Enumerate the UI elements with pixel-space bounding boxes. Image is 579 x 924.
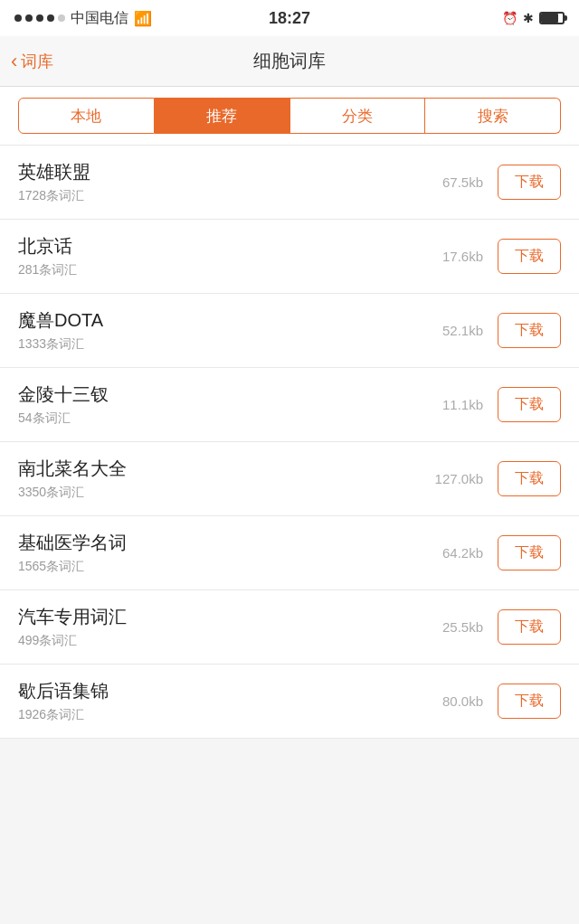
item-title: 基础医学名词 [18,531,420,555]
item-info: 英雄联盟 1728条词汇 [18,160,420,204]
tab-bar: 本地 推荐 分类 搜索 [0,87,579,146]
item-count: 1565条词汇 [18,559,420,575]
item-title: 金陵十三钗 [18,382,420,407]
status-bar: 中国电信 📶 18:27 ⏰ ✱ [0,0,579,36]
item-count: 3350条词汇 [18,485,420,501]
tab-category[interactable]: 分类 [290,98,426,134]
word-list: 英雄联盟 1728条词汇 67.5kb 下载 北京话 281条词汇 17.6kb… [0,146,579,739]
battery-icon [539,12,565,24]
tab-search[interactable]: 搜索 [425,98,561,134]
item-info: 歇后语集锦 1926条词汇 [18,679,420,723]
download-button[interactable]: 下载 [498,461,561,496]
item-count: 1728条词汇 [18,188,420,204]
tab-recommend[interactable]: 推荐 [155,98,290,134]
list-item: 英雄联盟 1728条词汇 67.5kb 下载 [0,146,579,220]
page-title: 细胞词库 [253,49,326,73]
signal-dots [14,14,65,22]
bluetooth-icon: ✱ [523,11,534,25]
item-size: 52.1kb [420,323,483,338]
item-count: 1333条词汇 [18,336,420,353]
download-button[interactable]: 下载 [498,313,561,348]
list-item: 金陵十三钗 54条词汇 11.1kb 下载 [0,368,579,442]
chevron-left-icon: ‹ [11,52,17,71]
back-button[interactable]: ‹ 词库 [11,51,53,72]
list-item: 北京话 281条词汇 17.6kb 下载 [0,220,579,294]
item-info: 北京话 281条词汇 [18,234,420,278]
back-label: 词库 [21,51,53,72]
item-count: 1926条词汇 [18,707,420,723]
item-info: 魔兽DOTA 1333条词汇 [18,308,420,353]
list-item: 魔兽DOTA 1333条词汇 52.1kb 下载 [0,294,579,368]
status-right: ⏰ ✱ [502,11,565,25]
item-title: 魔兽DOTA [18,308,420,333]
wifi-icon: 📶 [134,10,152,27]
tab-local[interactable]: 本地 [18,98,155,134]
item-size: 11.1kb [420,397,483,412]
item-info: 金陵十三钗 54条词汇 [18,382,420,427]
list-item: 汽车专用词汇 499条词汇 25.5kb 下载 [0,590,579,665]
item-size: 80.0kb [420,693,483,709]
item-size: 127.0kb [420,471,483,486]
download-button[interactable]: 下载 [498,387,561,422]
nav-bar: ‹ 词库 细胞词库 [0,36,579,87]
item-size: 17.6kb [420,249,483,264]
status-left: 中国电信 📶 [14,9,152,28]
list-item: 南北菜名大全 3350条词汇 127.0kb 下载 [0,442,579,516]
item-size: 67.5kb [420,174,483,190]
download-button[interactable]: 下载 [498,535,561,570]
item-title: 南北菜名大全 [18,457,420,481]
item-size: 25.5kb [420,619,483,635]
download-button[interactable]: 下载 [498,684,561,719]
alarm-icon: ⏰ [502,11,517,25]
carrier-label: 中国电信 [71,9,128,28]
item-title: 汽车专用词汇 [18,605,420,629]
item-size: 64.2kb [420,545,483,561]
list-item: 基础医学名词 1565条词汇 64.2kb 下载 [0,516,579,590]
download-button[interactable]: 下载 [498,609,561,645]
item-title: 北京话 [18,234,420,259]
item-info: 汽车专用词汇 499条词汇 [18,605,420,649]
item-count: 54条词汇 [18,410,420,427]
download-button[interactable]: 下载 [498,165,561,200]
item-info: 南北菜名大全 3350条词汇 [18,457,420,501]
item-count: 499条词汇 [18,633,420,649]
status-time: 18:27 [269,9,310,28]
list-item: 歇后语集锦 1926条词汇 80.0kb 下载 [0,665,579,739]
item-info: 基础医学名词 1565条词汇 [18,531,420,575]
item-count: 281条词汇 [18,262,420,278]
download-button[interactable]: 下载 [498,239,561,274]
item-title: 歇后语集锦 [18,679,420,703]
item-title: 英雄联盟 [18,160,420,184]
